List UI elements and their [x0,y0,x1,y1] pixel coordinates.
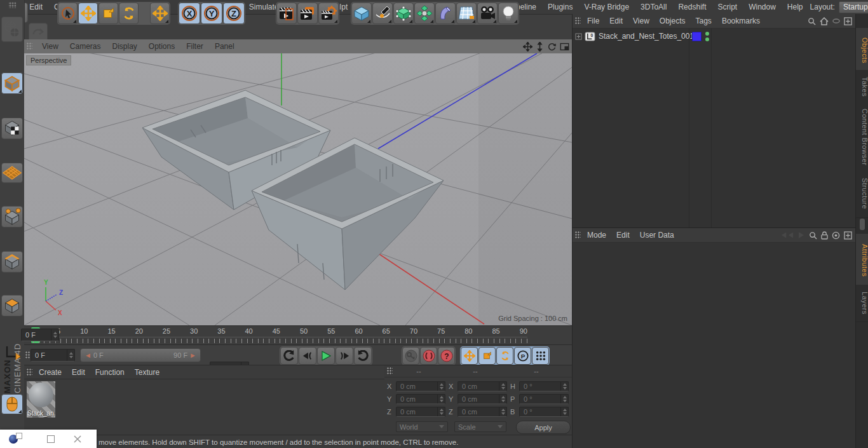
add-light-button[interactable] [498,3,519,24]
viewport-menu-item[interactable]: View [36,42,64,51]
material-thumbnail[interactable]: Stack_an [27,381,55,417]
history-forward-icon[interactable] [797,231,805,239]
add-cube-primitive-button[interactable] [351,3,372,24]
menubar-item[interactable]: Script [712,3,743,11]
object-tree[interactable]: 0 Stack_and_Nest_Totes_001 [573,29,856,227]
panel-splitter-handle[interactable] [860,219,865,230]
visible-render-dot[interactable] [705,37,709,41]
layer-color-chip[interactable] [692,32,702,41]
timeline-ruler[interactable]: 051015202530354045505560657075808590 0 F [24,325,572,345]
scale-tool-button[interactable] [98,3,118,24]
record-parameter-button[interactable]: P [514,347,531,365]
add-panel-icon[interactable] [844,231,852,240]
attribute-manager-drag-handle[interactable] [575,231,581,239]
position-field[interactable]: 0 cm [396,394,445,404]
add-generator-button[interactable] [393,3,414,24]
tab-objects[interactable]: Objects [856,28,868,73]
object-manager-menu-item[interactable]: Edit [604,17,628,25]
object-manager-menu-item[interactable]: File [582,17,604,25]
menubar-item[interactable]: V-Ray Bridge [578,3,635,11]
texture-mode-button[interactable] [1,118,23,139]
add-environment-button[interactable] [456,3,477,24]
previous-key-button[interactable] [280,347,298,365]
move-tool-button[interactable] [78,3,98,24]
zoom-view-icon[interactable] [536,42,544,51]
next-frame-button[interactable] [336,347,353,365]
record-position-button[interactable] [461,347,478,365]
tab-layers[interactable]: Layers [856,285,868,322]
lock-y-axis-button[interactable]: Y [201,3,222,24]
viewport-menu-item[interactable]: Cameras [64,42,107,51]
previous-frame-button[interactable] [299,347,316,365]
add-spline-button[interactable] [372,3,393,24]
last-used-tool-button[interactable] [150,3,170,24]
viewport-menu-item[interactable]: Filter [180,42,209,51]
add-panel-icon[interactable] [844,17,852,25]
attribute-menu-item[interactable]: Mode [582,231,611,240]
visible-editor-dot[interactable] [705,32,709,36]
size-field[interactable]: 0 cm [458,407,507,417]
close-button[interactable] [74,435,81,443]
play-forward-button[interactable] [317,347,335,365]
model-mode-button[interactable] [1,72,23,94]
range-right-arrow-icon[interactable]: ► [189,351,196,359]
material-menu-item[interactable]: Create [34,368,67,377]
menubar-item[interactable]: Help [782,3,809,11]
range-left-arrow-icon[interactable]: ◄ [85,351,92,359]
object-manager-menu-item[interactable]: Objects [654,17,691,25]
keyframe-selection-help-button[interactable]: ? [438,347,455,365]
current-frame-field[interactable]: 0 F [21,329,59,341]
frame-spinner[interactable] [51,329,58,341]
app-icon[interactable] [9,435,18,444]
position-field[interactable]: 0 cm [396,407,445,417]
expand-toggle-icon[interactable] [575,33,582,40]
maximize-button[interactable] [47,435,55,443]
viewport-menu-item[interactable]: Options [143,42,180,51]
rotate-tool-button[interactable] [119,3,139,24]
material-manager-drag-handle[interactable] [27,369,32,376]
object-name[interactable]: Stack_and_Nest_Totes_001 [599,32,694,41]
track-target-icon[interactable] [832,231,840,240]
viewport-solo-button[interactable] [1,394,23,414]
next-key-button[interactable] [354,347,372,365]
view-name-badge[interactable]: Perspective [26,55,71,65]
tab-structure[interactable]: Structure [856,170,868,218]
coordinate-drag-handle[interactable] [387,367,393,375]
menubar-item[interactable]: 3DToAll [635,3,672,11]
visibility-dots[interactable] [705,32,709,41]
render-view-button[interactable] [276,3,297,24]
tab-content-browser[interactable]: Content Browser [856,102,868,173]
add-camera-button[interactable] [477,3,498,24]
viewport-menu-item[interactable]: Display [106,42,142,51]
size-field[interactable]: 0 cm [458,381,507,391]
record-scale-button[interactable] [478,347,496,365]
polygons-mode-button[interactable] [1,295,23,316]
record-pla-button[interactable] [532,347,549,365]
rotation-field[interactable]: 0 ° [519,394,569,404]
workplane-mode-button[interactable] [1,163,23,183]
search-icon[interactable] [809,231,817,240]
lock-x-axis-button[interactable]: X [179,3,200,24]
object-manager-menu-item[interactable]: Bookmarks [717,17,765,25]
edit-render-settings-button[interactable] [318,3,339,24]
add-mograph-button[interactable] [414,3,435,24]
viewport-menu-drag-handle[interactable] [27,43,32,50]
lock-icon[interactable] [821,231,828,240]
search-icon[interactable] [808,17,816,25]
tab-attributes[interactable]: Attributes [856,234,868,288]
position-field[interactable]: 0 cm [396,381,445,391]
add-deformer-button[interactable] [435,3,456,24]
palette-drag-handle[interactable] [8,3,16,8]
attribute-menu-item[interactable]: Edit [611,231,635,240]
rotate-view-icon[interactable] [547,42,557,51]
overlay-window-titlebar[interactable] [0,430,97,448]
coordinate-space-dropdown[interactable]: World [396,421,448,432]
object-row[interactable]: 0 Stack_and_Nest_Totes_001 [573,29,856,44]
history-back-icon[interactable] [781,231,794,239]
apply-button[interactable]: Apply [516,421,571,434]
rotation-field[interactable]: 0 ° [519,381,569,391]
attribute-menu-item[interactable]: User Data [635,231,679,240]
object-manager-drag-handle[interactable] [575,17,581,25]
convert-button[interactable] [1,17,23,42]
null-object-icon[interactable]: 0 [585,32,595,41]
